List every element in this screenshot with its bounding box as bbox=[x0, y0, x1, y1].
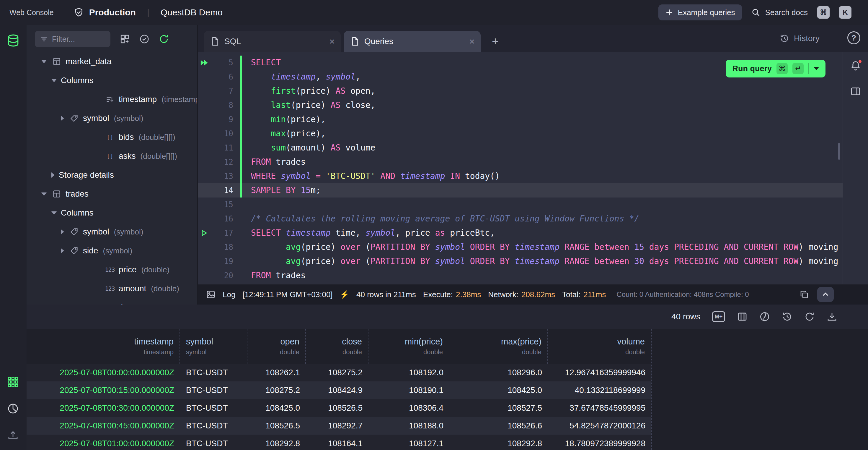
query-block-indicator bbox=[240, 183, 242, 197]
table-columns-icon[interactable] bbox=[737, 311, 748, 322]
tree-item-symbol[interactable]: symbol(symbol) bbox=[27, 109, 197, 128]
table-cell: 2025-07-08T00:00:00.000000Z bbox=[27, 368, 180, 377]
run-query-marker[interactable] bbox=[198, 226, 211, 240]
notifications-bell-icon[interactable] bbox=[850, 60, 861, 72]
tab-queries[interactable]: Queries× bbox=[344, 31, 480, 52]
tree-item-symbol[interactable]: symbol(symbol) bbox=[27, 222, 197, 241]
table-row[interactable]: 2025-07-08T00:15:00.000000ZBTC-USDT10827… bbox=[27, 382, 651, 399]
log-timestamp: [12:49:11 PM GMT+03:00] bbox=[242, 290, 333, 299]
tree-item-price[interactable]: 123price(double) bbox=[27, 260, 197, 279]
markdown-copy-icon[interactable]: M+ bbox=[712, 311, 725, 322]
array-type-icon: [] bbox=[104, 152, 116, 160]
query-history-icon[interactable] bbox=[782, 311, 793, 322]
editor-scrollbar-thumb[interactable] bbox=[838, 143, 840, 160]
chevron-down-icon[interactable] bbox=[814, 67, 819, 70]
column-header-symbol[interactable]: symbolsymbol bbox=[180, 329, 247, 364]
code-line-8[interactable]: 8 last(price) AS close, bbox=[198, 98, 843, 112]
table-row[interactable]: 2025-07-08T00:30:00.000000ZBTC-USDT10842… bbox=[27, 399, 651, 417]
grid-view-icon[interactable] bbox=[7, 376, 19, 388]
column-header-timestamp[interactable]: timestamptimestamp bbox=[27, 329, 180, 364]
query-block-indicator bbox=[240, 212, 242, 226]
tree-item-columns[interactable]: Columns bbox=[27, 71, 197, 90]
tree-item-label: Storage details bbox=[59, 170, 114, 180]
table-row[interactable]: 2025-07-08T01:00:00.000000ZBTC-USDT10829… bbox=[27, 434, 651, 450]
tab-label: Queries bbox=[364, 37, 393, 46]
tree-item-amount[interactable]: 123amount(double) bbox=[27, 279, 197, 298]
tab-sql[interactable]: SQL× bbox=[204, 31, 341, 52]
tree-item-timestamp[interactable]: timestamp(timestamp) bbox=[27, 298, 197, 305]
tree-item-side[interactable]: side(symbol) bbox=[27, 241, 197, 260]
code-line-9[interactable]: 9 min(price), bbox=[198, 112, 843, 126]
tree-item-market_data[interactable]: market_data bbox=[27, 52, 197, 71]
tree-item-bids[interactable]: []bids(double[][]) bbox=[27, 128, 197, 147]
download-icon[interactable] bbox=[827, 311, 837, 322]
code-line-18[interactable]: 18 avg(price) over (PARTITION BY symbol … bbox=[198, 240, 843, 254]
close-icon[interactable]: × bbox=[329, 37, 335, 46]
code-text: sum(amount) AS volume bbox=[251, 141, 375, 155]
code-line-14[interactable]: 14SAMPLE BY 15m; bbox=[198, 183, 843, 197]
tree-item-label: Columns bbox=[61, 208, 93, 218]
history-button[interactable]: History bbox=[780, 25, 819, 52]
environment-name: Production bbox=[89, 7, 136, 18]
close-icon[interactable]: × bbox=[469, 37, 475, 46]
tag-icon bbox=[68, 228, 80, 236]
code-line-13[interactable]: 13WHERE symbol = 'BTC-USDT' AND timestam… bbox=[198, 169, 843, 183]
column-header-volume[interactable]: volumedouble bbox=[548, 329, 651, 364]
gutter-space bbox=[198, 254, 211, 269]
code-line-10[interactable]: 10 max(price), bbox=[198, 126, 843, 141]
upload-icon[interactable] bbox=[7, 429, 19, 441]
tree-item-columns[interactable]: Columns bbox=[27, 203, 197, 222]
tree-item-timestamp[interactable]: timestamp(timestamp) bbox=[27, 90, 197, 109]
table-cell: 2025-07-08T00:30:00.000000Z bbox=[27, 403, 180, 413]
code-line-12[interactable]: 12FROM trades bbox=[198, 155, 843, 169]
export-icon[interactable] bbox=[760, 311, 770, 322]
column-header-max-price-[interactable]: max(price)double bbox=[450, 329, 548, 364]
refresh-schema-icon[interactable] bbox=[159, 34, 169, 44]
code-line-7[interactable]: 7 first(price) AS open, bbox=[198, 84, 843, 98]
questdb-logo-icon[interactable] bbox=[6, 33, 21, 48]
column-header-close[interactable]: closedouble bbox=[306, 329, 368, 364]
run-query-button[interactable]: Run query ⌘ ↵ bbox=[726, 60, 826, 78]
network-time: Network:208.62ms bbox=[488, 290, 555, 299]
refresh-results-icon[interactable] bbox=[804, 311, 815, 322]
column-name: volume bbox=[617, 337, 645, 346]
code-line-19[interactable]: 19 avg(price) over (PARTITION BY symbol … bbox=[198, 254, 843, 269]
column-header-min-price-[interactable]: min(price)double bbox=[368, 329, 450, 364]
check-circle-icon[interactable] bbox=[140, 34, 149, 44]
code-line-20[interactable]: 20FROM trades bbox=[198, 269, 843, 283]
example-queries-button[interactable]: Example queries bbox=[658, 4, 742, 20]
new-tab-button[interactable]: + bbox=[492, 35, 499, 47]
code-line-16[interactable]: 16/* Calculates the rolling moving avera… bbox=[198, 212, 843, 226]
code-line-17[interactable]: 17SELECT timestamp time, symbol, price a… bbox=[198, 226, 843, 240]
collapse-log-button[interactable] bbox=[817, 287, 834, 302]
results-panel: 40 rows M+ timestamptimestampsymbolsymbo… bbox=[27, 305, 868, 450]
query-block-indicator bbox=[240, 84, 242, 98]
code-text: avg(price) over (PARTITION BY symbol ORD… bbox=[251, 254, 838, 269]
column-header-open[interactable]: opendouble bbox=[247, 329, 306, 364]
help-icon[interactable]: ? bbox=[847, 31, 860, 44]
filter-input[interactable] bbox=[52, 35, 99, 44]
add-table-icon[interactable] bbox=[120, 34, 130, 44]
table-row[interactable]: 2025-07-08T00:00:00.000000ZBTC-USDT10826… bbox=[27, 364, 651, 382]
tree-item-asks[interactable]: []asks(double[][]) bbox=[27, 147, 197, 166]
copy-icon[interactable] bbox=[800, 290, 809, 299]
sql-editor[interactable]: 5SELECT6 timestamp, symbol,7 first(price… bbox=[198, 52, 843, 284]
code-line-11[interactable]: 11 sum(amount) AS volume bbox=[198, 141, 843, 155]
shield-check-icon bbox=[74, 7, 84, 18]
divider: | bbox=[147, 7, 149, 18]
log-summary: 40 rows in 211ms bbox=[356, 290, 416, 299]
gutter-space bbox=[198, 240, 211, 254]
line-number: 6 bbox=[211, 70, 240, 84]
code-text: max(price), bbox=[251, 126, 326, 141]
sort-icon bbox=[104, 95, 116, 104]
tree-item-trades[interactable]: trades bbox=[27, 185, 197, 203]
run-query-marker[interactable] bbox=[198, 56, 211, 70]
search-docs-button[interactable]: Search docs bbox=[751, 8, 808, 17]
code-line-15[interactable]: 15 bbox=[198, 197, 843, 212]
tree-item-storage-details[interactable]: Storage details bbox=[27, 166, 197, 185]
gutter-space bbox=[198, 98, 211, 112]
side-panel-icon[interactable] bbox=[850, 86, 861, 97]
pie-chart-icon[interactable] bbox=[7, 403, 19, 415]
table-row[interactable]: 2025-07-08T00:45:00.000000ZBTC-USDT10852… bbox=[27, 417, 651, 434]
gutter-space bbox=[198, 269, 211, 283]
